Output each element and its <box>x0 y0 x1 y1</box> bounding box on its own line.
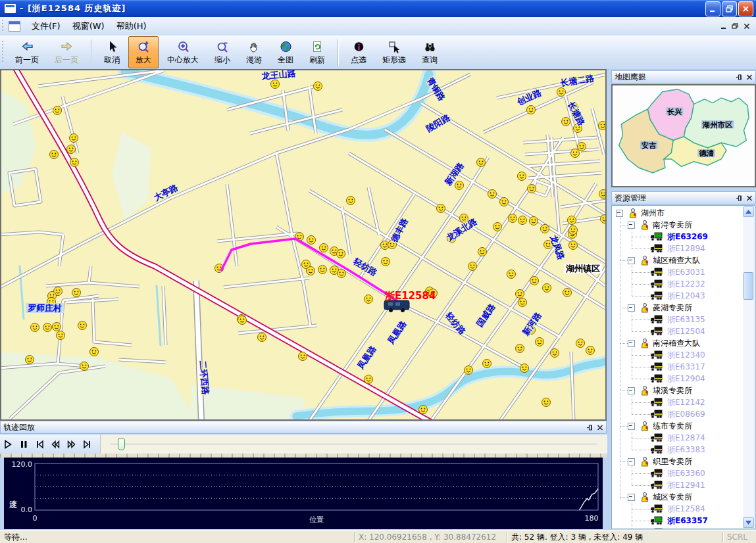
vehicle-marker-smiley[interactable] <box>477 158 486 167</box>
vehicle-marker-smiley[interactable] <box>520 364 529 373</box>
toolbar-button-zoom-in[interactable]: 放大 <box>128 36 159 68</box>
vehicle-marker-smiley[interactable] <box>465 366 473 375</box>
pin-icon[interactable] <box>586 424 593 431</box>
vehicle-marker-smiley[interactable] <box>468 262 477 271</box>
vehicle-marker-smiley[interactable] <box>365 295 373 304</box>
vehicle-marker-smiley[interactable] <box>530 217 538 225</box>
vehicle-marker-smiley[interactable] <box>543 284 551 293</box>
vehicle-marker-smiley[interactable] <box>258 333 266 342</box>
toolbar-button-next-page[interactable]: 后一页 <box>47 36 86 68</box>
vehicle-marker-smiley[interactable] <box>320 244 328 252</box>
toolbar-grip[interactable] <box>1 41 5 64</box>
close-panel-icon[interactable] <box>746 74 753 80</box>
close-button[interactable] <box>738 1 753 16</box>
toolbar-button-cancel-cursor[interactable]: 取消 <box>97 36 127 68</box>
vehicle-marker-smiley[interactable] <box>599 122 606 130</box>
vehicle-marker-smiley[interactable] <box>571 149 580 158</box>
vehicle-marker-smiley[interactable] <box>382 258 390 266</box>
vehicle-marker-smiley[interactable] <box>437 204 445 213</box>
playback-pause-button[interactable] <box>16 437 32 452</box>
slider-groove[interactable] <box>110 444 597 445</box>
playback-step-start-button[interactable] <box>32 437 47 452</box>
playback-slider[interactable] <box>100 435 607 454</box>
document-icon[interactable] <box>9 21 20 32</box>
tree-scrollbar[interactable] <box>743 206 754 528</box>
vehicle-marker-smiley[interactable] <box>67 145 76 154</box>
menu-item-0[interactable]: 文件(F) <box>26 18 66 35</box>
vehicle-marker-smiley[interactable] <box>57 331 65 340</box>
toolbar-button-query-binoculars[interactable]: 查询 <box>415 36 445 68</box>
minimize-button[interactable] <box>705 1 720 16</box>
tree-group-row[interactable]: 湖州市 <box>612 207 743 219</box>
vehicle-marker-smiley[interactable] <box>541 225 549 233</box>
vehicle-marker-smiley[interactable] <box>509 214 517 223</box>
mdi-close-icon[interactable] <box>743 23 750 30</box>
toolbar-button-point-select[interactable]: 点选 <box>343 36 374 68</box>
vehicle-marker-smiley[interactable] <box>530 277 539 285</box>
toolbar-button-zoom-out[interactable]: 缩小 <box>207 36 238 68</box>
close-panel-icon[interactable] <box>746 195 753 201</box>
vehicle-marker-smiley[interactable] <box>70 134 78 143</box>
scroll-down-button[interactable] <box>743 517 754 528</box>
vehicle-marker-smiley[interactable] <box>568 216 576 225</box>
vehicle-marker-smiley[interactable] <box>238 316 247 325</box>
vehicle-marker-smiley[interactable] <box>72 289 81 297</box>
vehicle-marker-smiley[interactable] <box>337 250 345 258</box>
vehicle-marker-smiley[interactable] <box>493 223 502 231</box>
vehicle-marker-smiley[interactable] <box>307 236 316 245</box>
vehicle-marker-smiley[interactable] <box>518 298 527 307</box>
vehicle-marker-smiley[interactable] <box>31 323 39 332</box>
vehicle-marker-smiley[interactable] <box>50 151 59 159</box>
vehicle-marker-smiley[interactable] <box>53 323 61 331</box>
toolbar-button-prev-page[interactable]: 前一页 <box>8 36 46 68</box>
slider-thumb[interactable] <box>118 438 125 450</box>
pin-icon[interactable] <box>736 195 743 202</box>
vehicle-marker-smiley[interactable] <box>601 215 606 224</box>
vehicle-marker-smiley[interactable] <box>500 198 509 206</box>
restore-button[interactable] <box>722 1 737 16</box>
vehicle-marker-smiley[interactable] <box>70 158 79 167</box>
vehicle-marker-smiley[interactable] <box>576 339 585 348</box>
vehicle-marker-smiley[interactable] <box>569 226 578 235</box>
vehicle-marker-smiley[interactable] <box>527 106 536 114</box>
vehicle-marker-smiley[interactable] <box>314 82 322 91</box>
overview-map[interactable]: 长兴湖州市区安吉德清 <box>611 84 756 187</box>
vehicle-marker-smiley[interactable] <box>365 375 373 384</box>
vehicle-marker-smiley[interactable] <box>419 406 428 414</box>
vehicle-marker-smiley[interactable] <box>26 356 34 364</box>
vehicle-marker-smiley[interactable] <box>557 88 566 97</box>
vehicle-marker-smiley[interactable] <box>542 398 551 407</box>
vehicle-marker-smiley[interactable] <box>53 106 62 115</box>
playback-play-button[interactable] <box>0 437 16 452</box>
vehicle-marker-smiley[interactable] <box>347 197 355 205</box>
mdi-restore-icon[interactable] <box>732 23 739 30</box>
toolbar-button-full-extent-globe[interactable]: 全图 <box>270 36 301 68</box>
toolbar-button-rect-select[interactable]: 矩形选 <box>375 36 413 68</box>
playback-rewind-button[interactable] <box>47 437 63 452</box>
vehicle-marker-smiley[interactable] <box>536 338 544 346</box>
vehicle-marker-smiley[interactable] <box>518 172 526 181</box>
vehicle-marker-smiley[interactable] <box>569 241 578 250</box>
vehicle-marker-smiley[interactable] <box>551 349 559 358</box>
vehicle-marker-smiley[interactable] <box>43 323 52 332</box>
close-panel-icon[interactable] <box>597 424 603 431</box>
vehicle-marker-smiley[interactable] <box>478 248 487 256</box>
vehicle-marker-smiley[interactable] <box>307 267 315 275</box>
vehicle-marker-smiley[interactable] <box>578 143 586 151</box>
vehicle-marker-smiley[interactable] <box>455 181 464 190</box>
pin-icon[interactable] <box>736 74 743 81</box>
vehicle-marker-smiley[interactable] <box>586 346 595 355</box>
playback-fast-forward-button[interactable] <box>63 437 79 452</box>
vehicle-marker-smiley[interactable] <box>507 270 516 279</box>
vehicle-marker-smiley[interactable] <box>516 344 524 353</box>
vehicle-marker-smiley[interactable] <box>483 360 491 368</box>
vehicle-marker-smiley[interactable] <box>78 321 87 330</box>
playback-step-end-button[interactable] <box>79 437 95 452</box>
menu-item-1[interactable]: 视窗(W) <box>66 18 111 35</box>
vehicle-marker-smiley[interactable] <box>318 266 327 274</box>
toolbar-button-center-zoom[interactable]: 中心放大 <box>160 36 206 68</box>
vehicle-marker-smiley[interactable] <box>488 190 497 199</box>
map-canvas[interactable]: 龙王山路青铜路陵阳路创业路长塘二路长塘路新湖路德丰路龙溪北路大亭路轻纺路轻纺路凤… <box>0 69 607 421</box>
vehicle-marker-smiley[interactable] <box>80 362 89 371</box>
vehicle-marker-smiley[interactable] <box>599 190 606 199</box>
